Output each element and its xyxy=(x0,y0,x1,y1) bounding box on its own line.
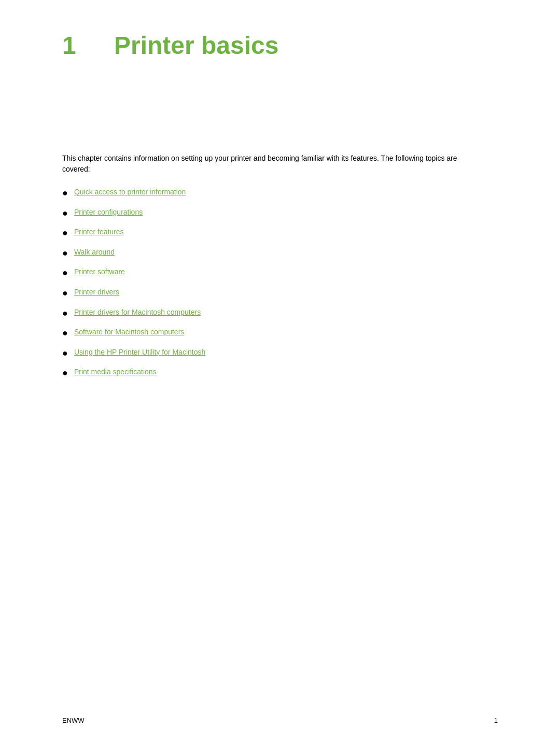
bullet-icon: ● xyxy=(62,228,68,239)
chapter-number: 1 xyxy=(62,31,93,60)
toc-link-8[interactable]: Software for Macintosh computers xyxy=(74,327,184,338)
toc-list-item: ●Print media specifications xyxy=(62,367,498,379)
toc-list-item: ●Printer configurations xyxy=(62,207,498,219)
toc-list: ●Quick access to printer information●Pri… xyxy=(62,187,498,379)
bullet-icon: ● xyxy=(62,208,68,219)
toc-link-9[interactable]: Using the HP Printer Utility for Macinto… xyxy=(74,347,205,358)
bullet-icon: ● xyxy=(62,268,68,279)
toc-list-item: ●Using the HP Printer Utility for Macint… xyxy=(62,347,498,359)
toc-link-10[interactable]: Print media specifications xyxy=(74,367,157,377)
toc-link-5[interactable]: Printer software xyxy=(74,267,125,277)
chapter-header: 1 Printer basics xyxy=(62,31,498,60)
footer-left-label: ENWW xyxy=(62,716,85,724)
toc-list-item: ●Printer drivers for Macintosh computers xyxy=(62,307,498,319)
bullet-icon: ● xyxy=(62,368,68,379)
page-footer: ENWW 1 xyxy=(62,716,498,724)
bullet-icon: ● xyxy=(62,308,68,319)
bullet-icon: ● xyxy=(62,248,68,259)
bullet-icon: ● xyxy=(62,348,68,359)
toc-list-item: ●Quick access to printer information xyxy=(62,187,498,199)
toc-link-1[interactable]: Quick access to printer information xyxy=(74,187,186,198)
toc-link-6[interactable]: Printer drivers xyxy=(74,287,119,298)
toc-list-item: ●Printer drivers xyxy=(62,287,498,299)
toc-list-item: ●Printer software xyxy=(62,267,498,279)
bullet-icon: ● xyxy=(62,188,68,199)
intro-paragraph: This chapter contains information on set… xyxy=(62,153,467,175)
toc-list-item: ●Walk around xyxy=(62,247,498,259)
toc-link-3[interactable]: Printer features xyxy=(74,227,124,237)
chapter-title: Printer basics xyxy=(114,31,278,60)
toc-list-item: ●Printer features xyxy=(62,227,498,239)
footer-right-label: 1 xyxy=(494,716,498,724)
toc-link-4[interactable]: Walk around xyxy=(74,247,115,258)
toc-list-item: ●Software for Macintosh computers xyxy=(62,327,498,339)
bullet-icon: ● xyxy=(62,288,68,299)
page-container: 1 Printer basics This chapter contains i… xyxy=(0,0,560,745)
toc-link-7[interactable]: Printer drivers for Macintosh computers xyxy=(74,307,201,318)
bullet-icon: ● xyxy=(62,328,68,339)
toc-link-2[interactable]: Printer configurations xyxy=(74,207,143,218)
